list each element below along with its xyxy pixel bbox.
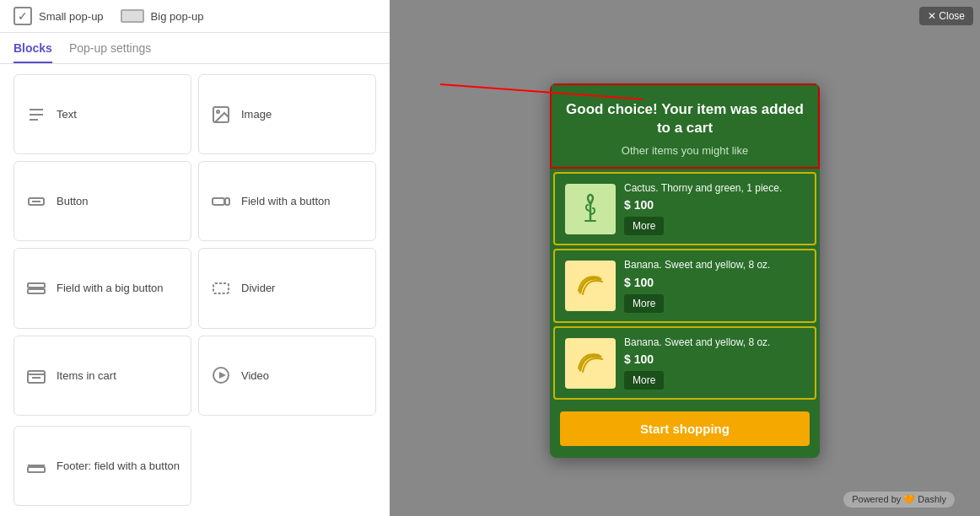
svg-rect-18 [28, 467, 45, 472]
popup-header-title: Good choice! Your item was added to a ca… [565, 100, 805, 137]
product-image-cactus [565, 184, 616, 234]
tab-popup-settings[interactable]: Pop-up settings [69, 41, 151, 63]
cart-icon [24, 363, 48, 387]
popup-body: Cactus. Thorny and green, 1 piece. $ 100… [550, 172, 820, 400]
field-big-button-icon [24, 277, 48, 300]
popup-header: Good choice! Your item was added to a ca… [550, 83, 820, 169]
block-image[interactable]: Image [198, 74, 376, 154]
divider-icon [209, 277, 233, 300]
field-button-icon [209, 190, 233, 213]
block-text[interactable]: Text [13, 74, 191, 154]
powered-by-badge: Powered by 🧡 Dashly [843, 492, 955, 508]
svg-rect-8 [225, 198, 229, 205]
svg-point-4 [217, 110, 219, 113]
block-field-button[interactable]: Field with a button [198, 161, 376, 241]
block-image-label: Image [241, 108, 272, 121]
product-image-banana-2 [565, 338, 616, 389]
more-button-0[interactable]: More [624, 217, 664, 235]
start-shopping-button[interactable]: Start shopping [560, 411, 810, 446]
product-price-0: $ 100 [624, 198, 796, 212]
text-icon [24, 103, 48, 126]
product-name-1: Banana. Sweet and yellow, 8 oz. [624, 259, 796, 272]
small-popup-option[interactable]: ✓ Small pop-up [13, 7, 104, 25]
footer-icon [24, 454, 48, 477]
product-name-2: Banana. Sweet and yellow, 8 oz. [624, 336, 796, 350]
block-field-big-button[interactable]: Field with a big button [13, 248, 191, 328]
close-button[interactable]: ✕ Close [919, 7, 973, 25]
popup-header-subtitle: Other items you might like [565, 144, 805, 157]
more-button-2[interactable]: More [624, 371, 664, 390]
block-divider-label: Divider [241, 282, 275, 294]
blocks-grid: Text Image Button [0, 64, 390, 516]
big-popup-rect-icon [121, 9, 144, 23]
product-info-0: Cactus. Thorny and green, 1 piece. $ 100… [616, 182, 805, 236]
product-name-0: Cactus. Thorny and green, 1 piece. [624, 182, 796, 196]
product-price-1: $ 100 [624, 276, 796, 289]
small-popup-checkbox: ✓ [13, 7, 32, 25]
right-area: ✕ Close Good choice! Your item was added… [390, 0, 980, 516]
product-row-1: Banana. Sweet and yellow, 8 oz. $ 100 Mo… [553, 249, 816, 323]
image-icon [209, 103, 233, 126]
svg-marker-17 [219, 372, 226, 379]
left-panel: ✓ Small pop-up Big pop-up Blocks Pop-up … [0, 0, 390, 516]
button-icon [24, 190, 48, 213]
product-row-0: Cactus. Thorny and green, 1 piece. $ 100… [553, 172, 816, 246]
product-info-2: Banana. Sweet and yellow, 8 oz. $ 100 Mo… [616, 336, 805, 390]
product-row-2: Banana. Sweet and yellow, 8 oz. $ 100 Mo… [553, 326, 816, 400]
block-footer[interactable]: Footer: field with a button [13, 426, 191, 506]
block-video[interactable]: Video [198, 336, 376, 416]
svg-rect-11 [213, 283, 229, 293]
block-field-button-label: Field with a button [241, 195, 331, 207]
block-field-big-button-label: Field with a big button [57, 282, 163, 294]
small-popup-label: Small pop-up [39, 10, 104, 23]
product-image-banana-1 [565, 261, 616, 311]
more-button-1[interactable]: More [624, 294, 664, 313]
tabs-row: Blocks Pop-up settings [0, 33, 390, 64]
svg-rect-7 [213, 198, 224, 205]
block-video-label: Video [241, 369, 269, 382]
svg-rect-10 [28, 289, 45, 293]
block-divider[interactable]: Divider [198, 248, 376, 328]
svg-rect-9 [28, 283, 45, 288]
block-button[interactable]: Button [13, 161, 191, 241]
popup-card: Good choice! Your item was added to a ca… [550, 83, 820, 459]
popup-footer: Start shopping [550, 403, 820, 458]
tab-blocks[interactable]: Blocks [13, 41, 52, 63]
video-icon [209, 363, 233, 387]
powered-by-wrapper: Powered by 🧡 Dashly [843, 485, 955, 508]
product-price-2: $ 100 [624, 352, 796, 366]
big-popup-option[interactable]: Big pop-up [121, 9, 204, 23]
checkmark-icon: ✓ [18, 9, 28, 23]
block-text-label: Text [57, 108, 77, 121]
top-bar: ✓ Small pop-up Big pop-up [0, 0, 390, 33]
product-info-1: Banana. Sweet and yellow, 8 oz. $ 100 Mo… [616, 259, 805, 313]
big-popup-label: Big pop-up [151, 10, 204, 23]
block-items-cart-label: Items in cart [57, 369, 116, 382]
block-items-cart[interactable]: Items in cart [13, 336, 191, 416]
block-button-label: Button [57, 195, 89, 207]
block-footer-label: Footer: field with a button [57, 460, 180, 472]
